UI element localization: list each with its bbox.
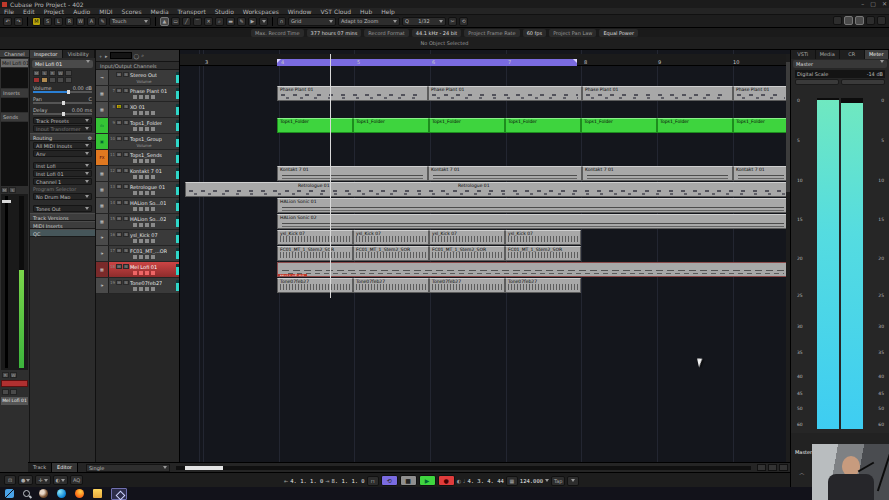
menu-audio[interactable]: Audio <box>73 8 90 15</box>
zoom-h-control[interactable] <box>757 464 766 471</box>
menu-window[interactable]: Window <box>288 8 312 15</box>
record-button[interactable]: ● <box>438 475 455 486</box>
folder-event[interactable]: Tops1_Folder <box>657 118 733 133</box>
inspector-edit-button[interactable] <box>49 77 56 83</box>
tab-track[interactable]: Track <box>28 463 52 472</box>
minimize-icon[interactable]: – <box>861 0 864 7</box>
automation-r-button[interactable]: R <box>65 17 74 26</box>
midi-event[interactable]: Kontakt 7 01 <box>582 166 733 181</box>
horizontal-scrollbar[interactable] <box>176 466 751 470</box>
automation-a-button[interactable]: A <box>87 17 96 26</box>
audio-event[interactable]: Tone07feb27 <box>353 278 429 293</box>
channel-read-button[interactable]: R <box>2 372 9 378</box>
audio-event[interactable]: ysl_Kick 07 <box>505 230 581 245</box>
audio-event[interactable]: FC01_MT_1_Stem2_SOR <box>429 246 505 261</box>
audio-event[interactable]: Tone07feb27 <box>277 278 353 293</box>
cycle-button[interactable]: ⟲ <box>381 475 398 486</box>
menu-help[interactable]: Help <box>381 8 395 15</box>
midi-event[interactable]: HALion Sonic 02 <box>277 214 789 229</box>
track-row-tops-folder[interactable]: 🗀 9MSTops1_Folder <box>96 118 179 134</box>
audio-event[interactable]: Tone07feb27 <box>429 278 505 293</box>
filter-icon[interactable]: ◯ <box>134 53 140 59</box>
midi-event[interactable]: Kontakt 7 01 <box>277 166 428 181</box>
record-mode-icon[interactable]: ● <box>18 475 33 485</box>
toolbar-options-icon[interactable] <box>877 16 886 25</box>
menu-vstcloud[interactable]: VST Cloud <box>320 8 351 15</box>
constrain-delay-icon[interactable]: ⊡ <box>4 475 16 485</box>
audio-event[interactable]: Tone07feb27 <box>505 278 581 293</box>
midi-event[interactable]: Retrologue 01 Retrologue 01 <box>185 182 789 197</box>
audio-event[interactable]: FC01_MT_1_Stem2_SOR <box>277 246 353 261</box>
section-track-versions[interactable]: Track Versions <box>30 213 95 221</box>
tempo-track-icon[interactable]: ▦ <box>506 476 518 486</box>
track-row-stereo-out[interactable]: ⇥ MSStereo Out Volume <box>96 70 179 86</box>
midi-input-select[interactable]: All MIDI Inputs <box>33 142 92 149</box>
track-row-kick[interactable]: 🕪 16MSysl_Kick 07 <box>96 230 179 246</box>
folder-event[interactable]: Tops1_Folder <box>353 118 429 133</box>
section-routing[interactable]: Routing⚙ <box>30 133 95 141</box>
cubase-taskbar-icon-active[interactable] <box>111 488 127 500</box>
left-locator-value[interactable]: 4. 1. 1. 0 <box>290 478 323 484</box>
range-tool-icon[interactable]: ▭ <box>171 17 180 26</box>
timesig-select[interactable] <box>567 476 579 486</box>
right-locator-value[interactable]: 8. 1. 1. 0 <box>332 478 365 484</box>
zoom-v-control[interactable] <box>768 464 777 471</box>
midi-event[interactable]: Kontakt 7 01 <box>428 166 582 181</box>
channel-track-name[interactable]: Mel Lofi 01 <box>1 59 28 67</box>
redo-icon[interactable]: ↷ <box>14 17 23 26</box>
color-tool-icon[interactable] <box>259 17 268 26</box>
zoom-preset-control[interactable] <box>779 464 788 471</box>
mute-button[interactable]: M <box>116 136 122 141</box>
menu-project[interactable]: Project <box>44 8 65 15</box>
punch-in-icon[interactable]: ⊓ <box>367 476 379 486</box>
channel-select[interactable]: Channel 1 <box>33 178 92 185</box>
mute-button[interactable]: M <box>116 232 122 237</box>
menu-file[interactable]: File <box>4 8 14 15</box>
midi-event-selected[interactable]: Mel Lofi 01 <box>277 262 789 277</box>
scrollbar-thumb[interactable] <box>185 466 223 470</box>
audio-event[interactable]: FC01_MT_1_Stem2_SOR <box>353 246 429 261</box>
folder-icon[interactable]: ▸ <box>105 53 108 59</box>
menu-hub[interactable]: Hub <box>360 8 372 15</box>
folder-event[interactable]: Tops1_Folder <box>505 118 581 133</box>
fader-cap[interactable] <box>2 200 11 203</box>
audio-input-icon[interactable]: ✛ <box>35 475 50 485</box>
solo-button[interactable]: S <box>123 72 129 77</box>
channel-monitor-button[interactable] <box>2 389 9 395</box>
tab-cr[interactable]: CR <box>840 50 865 59</box>
monitor-mode-icon[interactable]: ◐ <box>53 475 68 485</box>
midi-event[interactable]: Kontakt 7 01 <box>733 166 789 181</box>
frame-rate-value[interactable]: 60 fps <box>523 29 547 37</box>
tab-inspector[interactable]: Inspector <box>30 50 63 58</box>
solo-button[interactable]: S <box>123 216 129 221</box>
channel-fader[interactable] <box>1 194 28 370</box>
solo-button[interactable]: S <box>123 280 129 285</box>
tab-meter[interactable]: Meter <box>865 50 889 59</box>
solo-button[interactable]: S <box>123 168 129 173</box>
mute-button[interactable]: M <box>116 120 122 125</box>
volume-value[interactable]: 0.00 dB <box>73 85 92 91</box>
channel-mute-button[interactable]: M <box>1 187 8 193</box>
midi-event[interactable]: Phase Plant 01 <box>428 86 582 101</box>
zoom-tool-icon[interactable]: ⌕ <box>215 17 224 26</box>
close-icon[interactable]: ✕ <box>882 0 887 7</box>
section-qc[interactable]: QC <box>30 229 95 237</box>
solo-button[interactable]: S <box>123 104 129 109</box>
menu-scores[interactable]: Scores <box>122 8 142 15</box>
channel-record-button[interactable] <box>1 380 28 387</box>
tempo-value[interactable]: 124.000 <box>520 478 543 484</box>
solo-button[interactable]: S <box>123 136 129 141</box>
mute-button[interactable]: M <box>116 280 122 285</box>
midi-event[interactable]: HALion Sonic 01 <box>277 198 789 213</box>
mute-button-active[interactable]: M <box>116 104 122 109</box>
midi-channel-select[interactable]: Any <box>33 150 92 157</box>
tab-media[interactable]: Media <box>816 50 841 59</box>
track-row-tone[interactable]: 🕪 19MSTone07feb27 <box>96 278 179 294</box>
audio-event[interactable]: ysl_Kick 07 <box>277 230 353 245</box>
audio-event[interactable]: ysl_Kick 07 <box>429 230 505 245</box>
channel-inserts-button[interactable]: Inserts <box>1 89 28 97</box>
add-track-icon[interactable]: ＋ <box>98 53 103 59</box>
split-tool-icon[interactable]: ╱ <box>182 17 191 26</box>
channel-write-button[interactable]: W <box>10 372 17 378</box>
quantize-panel-icon[interactable]: ⟲ <box>459 17 468 26</box>
